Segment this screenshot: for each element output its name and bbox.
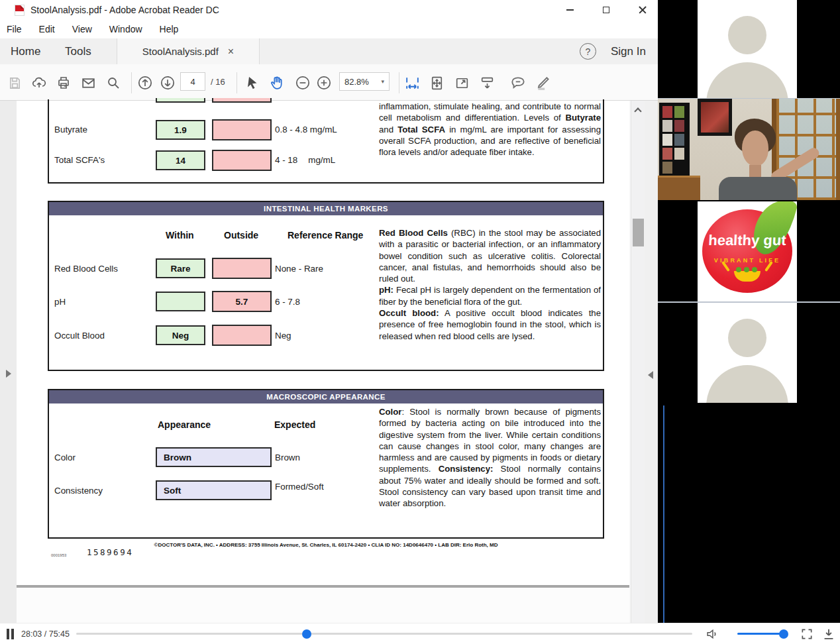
sign-in-button[interactable]: Sign In <box>611 38 646 64</box>
expected-value: Formed/Soft <box>275 482 324 492</box>
scrollbar-thumb[interactable] <box>633 219 644 246</box>
fit-width-button[interactable] <box>403 74 421 92</box>
tab-document-label: StoolAnalysis.pdf <box>142 46 219 57</box>
zoom-level-value: 82.8% <box>344 77 369 87</box>
menu-edit[interactable]: Edit <box>39 24 55 34</box>
page-down-icon <box>159 74 176 91</box>
zoom-out-icon <box>294 74 311 91</box>
maximize-button[interactable] <box>591 0 621 20</box>
intestinal-health-table: INTESTINAL HEALTH MARKERS Within Outside… <box>48 201 604 371</box>
logo-pea-icon <box>752 267 757 272</box>
tab-home[interactable]: Home <box>11 38 40 64</box>
highlighter-button[interactable] <box>534 74 552 92</box>
zoom-level-select[interactable]: 82.8% ▾ <box>339 72 390 91</box>
hand-tool-button[interactable] <box>268 74 286 92</box>
nav-pane-strip <box>0 101 17 623</box>
side-panel-toggle[interactable] <box>648 371 653 379</box>
next-page-gap <box>17 588 629 623</box>
macroscopic-table: MACROSCOPIC APPEARANCE Appearance Expect… <box>48 389 604 539</box>
expand-view-icon <box>454 75 470 91</box>
page-number-input[interactable] <box>180 72 205 91</box>
download-icon <box>821 627 836 641</box>
toolbar-separator <box>131 72 132 93</box>
row-label: Butyrate <box>54 125 87 134</box>
full-screen-button[interactable] <box>452 74 471 92</box>
playback-time: 28:03 / 75:45 <box>21 623 70 644</box>
pause-button[interactable] <box>7 629 15 639</box>
within-box: Rare <box>156 258 205 278</box>
video-edge-highlight <box>663 405 664 623</box>
fullscreen-button[interactable] <box>800 627 814 641</box>
outside-box <box>212 258 272 279</box>
side-panel-strip <box>645 101 658 623</box>
reference-range: 4 - 18mg/mL <box>275 155 335 165</box>
cursor-icon <box>244 75 260 91</box>
fit-page-button[interactable] <box>427 74 446 92</box>
nav-pane-toggle[interactable] <box>6 370 11 378</box>
logo-tagline: VIBRANT LIFE <box>698 257 797 264</box>
comment-bubble-icon <box>509 74 527 91</box>
toolbar-collapse-icon <box>479 75 496 91</box>
form-code: 0001953 <box>51 553 66 557</box>
save-button[interactable] <box>5 74 24 92</box>
column-header-appearance: Appearance <box>158 419 211 430</box>
outside-box <box>212 325 272 346</box>
menu-window[interactable]: Window <box>109 24 142 34</box>
reference-range: Neg <box>275 331 291 341</box>
screen: StoolAnalysis.pdf - Adobe Acrobat Reader… <box>0 0 840 644</box>
share-cloud-button[interactable] <box>30 74 48 92</box>
menu-help[interactable]: Help <box>160 24 179 34</box>
participant-video-tile <box>658 99 840 200</box>
print-button[interactable] <box>54 74 73 92</box>
close-button[interactable] <box>627 0 658 20</box>
toolbar-separator <box>236 72 237 93</box>
scroll-up-icon[interactable] <box>634 107 641 115</box>
outside-box <box>212 150 272 171</box>
section-header: MACROSCOPIC APPEARANCE <box>49 390 603 403</box>
tab-document[interactable]: StoolAnalysis.pdf × <box>117 38 260 64</box>
within-box <box>156 292 205 311</box>
photo-frame <box>659 103 690 177</box>
logo-title: healthy gut <box>698 232 797 249</box>
column-header-within: Within <box>166 230 194 241</box>
search-icon <box>105 75 121 91</box>
next-page-button[interactable] <box>158 74 177 92</box>
help-button[interactable]: ? <box>580 43 596 60</box>
column-header-outside: Outside <box>224 230 258 241</box>
column-header-expected: Expected <box>274 419 315 430</box>
intestinal-health-note: Red Blood Cells (RBC) in the stool may b… <box>379 227 601 342</box>
pdf-page: Butyrate 1.9 0.8 - 4.8 mg/mL Total SCFA'… <box>17 101 629 585</box>
search-button[interactable] <box>104 74 123 92</box>
menu-view[interactable]: View <box>72 24 92 34</box>
within-box: 14 <box>156 150 205 170</box>
participant-face <box>742 131 768 166</box>
vertical-scrollbar[interactable] <box>631 101 645 623</box>
row-label: Occult Blood <box>54 331 105 341</box>
video-player-bar: 28:03 / 75:45 <box>0 623 840 644</box>
outside-box: 5.7 <box>212 291 272 312</box>
previous-page-button[interactable] <box>136 74 154 92</box>
page-up-icon <box>136 74 154 91</box>
tab-close-icon[interactable]: × <box>228 46 234 58</box>
progress-track[interactable] <box>76 633 692 635</box>
progress-thumb[interactable] <box>302 629 311 639</box>
zoom-out-button[interactable] <box>293 74 312 92</box>
fit-width-icon <box>404 75 421 91</box>
email-button[interactable] <box>79 74 97 92</box>
minimize-button[interactable] <box>554 0 585 20</box>
comment-button[interactable] <box>509 74 527 92</box>
within-box: Neg <box>156 325 205 345</box>
select-tool-button[interactable] <box>243 74 262 92</box>
menu-file[interactable]: File <box>7 24 22 34</box>
hide-toolbar-button[interactable] <box>478 74 496 92</box>
outside-box <box>212 98 272 103</box>
volume-button[interactable] <box>705 627 719 641</box>
tab-tools[interactable]: Tools <box>65 38 91 64</box>
row-label: Consistency <box>54 486 103 496</box>
download-button[interactable] <box>821 627 836 641</box>
volume-track[interactable] <box>737 633 785 635</box>
logo-tile: healthy gut VIBRANT LIFE <box>658 201 840 301</box>
zoom-in-button[interactable] <box>315 74 333 92</box>
menu-bar: File Edit View Window Help <box>0 20 658 38</box>
volume-thumb[interactable] <box>779 629 788 639</box>
